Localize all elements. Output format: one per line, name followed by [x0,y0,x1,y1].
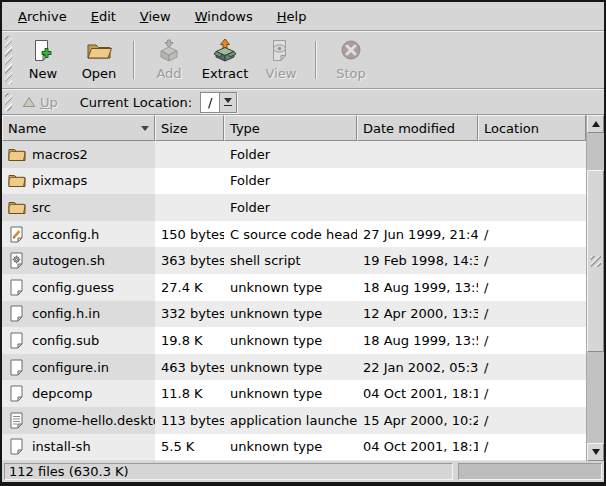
table-row[interactable]: pixmaps Folder [2,168,586,195]
location-cell: / [478,221,586,248]
table-row[interactable]: config.sub 19.8 K unknown type 18 Aug 19… [2,327,586,354]
up-button[interactable]: Up [16,93,64,112]
view-button[interactable]: View [253,33,309,87]
stop-button-label: Stop [336,66,366,81]
location-cell: / [478,274,586,301]
extract-package-icon [212,38,238,64]
toolbar-separator [315,41,317,79]
date-modified-cell [357,141,478,168]
table-row[interactable]: config.guess 27.4 K unknown type 18 Aug … [2,274,586,301]
open-button[interactable]: Open [71,33,127,87]
name-cell: config.h.in [2,301,155,328]
location-cell: / [478,380,586,407]
new-button[interactable]: New [15,33,71,87]
menu-help[interactable]: Help [265,5,319,28]
table-row[interactable]: config.h.in 332 bytes unknown type 12 Ap… [2,301,586,328]
add-package-icon [156,38,182,64]
file-name: gnome-hello.desktop [32,413,155,428]
type-cell: unknown type [224,354,357,381]
date-modified-cell: 04 Oct 2001, 18:12 [357,380,478,407]
type-cell: unknown type [224,301,357,328]
date-modified-cell: 19 Feb 1998, 14:31 [357,247,478,274]
menu-archive[interactable]: Archive [6,5,79,28]
status-message-frame: 112 files (630.3 K) [4,463,453,480]
table-row[interactable]: depcomp 11.8 K unknown type 04 Oct 2001,… [2,380,586,407]
table-row[interactable]: gnome-hello.desktop 113 bytes applicatio… [2,407,586,434]
size-cell [155,168,224,195]
stop-icon [338,38,364,64]
column-header-location[interactable]: Location [478,115,586,141]
menu-view[interactable]: View [128,5,183,28]
table-row[interactable]: autogen.sh 363 bytes shell script 19 Feb… [2,247,586,274]
scroll-up-button[interactable] [587,115,604,133]
table-row[interactable]: acconfig.h 150 bytes C source code heade… [2,221,586,248]
combo-dropdown-button[interactable] [219,93,236,112]
table-row-partial[interactable] [2,460,586,461]
stop-button[interactable]: Stop [323,33,379,87]
date-modified-cell: 18 Aug 1999, 13:53 [357,274,478,301]
add-button[interactable]: Add [141,33,197,87]
size-cell: 27.4 K [155,274,224,301]
table-row[interactable]: configure.in 463 bytes unknown type 22 J… [2,354,586,381]
table-body: macros2 Folder [2,141,586,461]
size-cell: 11.8 K [155,380,224,407]
file-name: config.h.in [32,306,100,321]
column-header-type[interactable]: Type [224,115,357,141]
column-header-date-modified[interactable]: Date modified [357,115,478,141]
location-cell: / [478,407,586,434]
scrollbar-thumb[interactable] [587,170,604,352]
thumb-grip-icon [591,256,601,267]
menu-edit[interactable]: Edit [79,5,128,28]
document-icon [9,385,24,402]
table-row[interactable]: macros2 Folder [2,141,586,168]
menu-windows[interactable]: Windows [183,5,265,28]
vertical-scrollbar [586,115,604,461]
column-header-size[interactable]: Size [155,115,224,141]
table-row[interactable]: install-sh 5.5 K unknown type 04 Oct 200… [2,434,586,461]
document-icon [9,332,24,349]
menubar: Archive Edit View Windows Help [2,2,604,30]
open-button-label: Open [82,66,117,81]
folder-icon [8,173,26,188]
add-button-label: Add [156,66,181,81]
name-cell [2,460,155,461]
file-name: install-sh [32,439,91,454]
name-cell: install-sh [2,434,155,461]
size-cell: 332 bytes [155,301,224,328]
location-combo[interactable]: / [200,92,237,113]
name-cell: macros2 [2,141,155,168]
column-header-name[interactable]: Name [2,115,155,141]
location-cell: / [478,354,586,381]
name-cell: config.guess [2,274,155,301]
table-row[interactable]: src Folder [2,194,586,221]
type-cell: Folder [224,141,357,168]
file-name: pixmaps [32,173,87,188]
toolbar-grip[interactable] [5,36,12,84]
document-icon [9,438,24,455]
type-cell: unknown type [224,380,357,407]
name-cell: depcomp [2,380,155,407]
file-name: autogen.sh [32,253,105,268]
archive-manager-window: Archive Edit View Windows Help New [0,0,606,486]
scrollbar-trough[interactable] [587,133,604,443]
document-icon [9,359,24,376]
location-cell [478,141,586,168]
scroll-up-icon [592,121,600,127]
date-modified-cell [357,168,478,195]
date-modified-cell: 22 Jan 2002, 05:35 [357,354,478,381]
extract-button[interactable]: Extract [197,33,253,87]
type-cell: unknown type [224,274,357,301]
open-folder-icon [86,38,112,64]
size-cell [155,194,224,221]
scroll-down-button[interactable] [587,443,604,461]
size-cell: 463 bytes [155,354,224,381]
file-list-area: Name Size Type Date modified Location [2,114,604,461]
size-cell: 113 bytes [155,407,224,434]
name-cell: configure.in [2,354,155,381]
statusbar: 112 files (630.3 K) [2,461,604,482]
location-cell [478,194,586,221]
up-button-label: Up [40,95,58,110]
file-name: src [32,200,51,215]
launcher-icon [9,412,24,429]
location-bar-grip[interactable] [5,93,12,111]
